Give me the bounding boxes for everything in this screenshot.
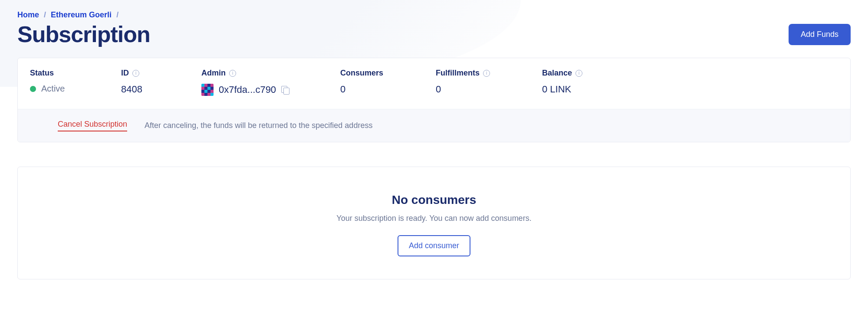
- balance-value: 0 LINK: [542, 84, 838, 95]
- breadcrumb-home[interactable]: Home: [17, 10, 39, 19]
- info-icon[interactable]: i: [229, 70, 236, 77]
- status-label: Status: [30, 69, 112, 78]
- identicon-icon: [201, 84, 214, 96]
- page-title: Subscription: [17, 21, 150, 47]
- breadcrumb-network[interactable]: Ethereum Goerli: [51, 10, 112, 19]
- admin-label: Admin: [201, 69, 226, 78]
- breadcrumb-separator: /: [44, 10, 46, 19]
- copy-icon[interactable]: [281, 86, 289, 94]
- balance-label: Balance: [542, 69, 572, 78]
- no-consumers-description: Your subscription is ready. You can now …: [30, 214, 838, 223]
- no-consumers-title: No consumers: [30, 193, 838, 207]
- fulfillments-label: Fulfillments: [436, 69, 480, 78]
- add-funds-button[interactable]: Add Funds: [789, 24, 851, 45]
- fulfillments-value: 0: [436, 84, 533, 95]
- cancel-subscription-link[interactable]: Cancel Subscription: [58, 120, 127, 131]
- consumers-value: 0: [340, 84, 427, 95]
- subscription-info-card: Status Active ID i 8408 Admin i: [17, 58, 851, 142]
- add-consumer-button[interactable]: Add consumer: [398, 235, 470, 256]
- id-value: 8408: [121, 84, 193, 95]
- admin-address: 0x7fda...c790: [219, 84, 276, 95]
- id-label: ID: [121, 69, 129, 78]
- status-dot-icon: [30, 86, 36, 92]
- breadcrumb-separator: /: [116, 10, 118, 19]
- consumers-label: Consumers: [340, 69, 427, 78]
- cancel-description: After canceling, the funds will be retur…: [145, 121, 372, 130]
- status-value: Active: [41, 84, 65, 94]
- info-icon[interactable]: i: [132, 70, 139, 77]
- info-icon[interactable]: i: [575, 70, 582, 77]
- consumers-card: No consumers Your subscription is ready.…: [17, 167, 851, 279]
- info-icon[interactable]: i: [483, 70, 490, 77]
- breadcrumb: Home / Ethereum Goerli /: [17, 10, 851, 20]
